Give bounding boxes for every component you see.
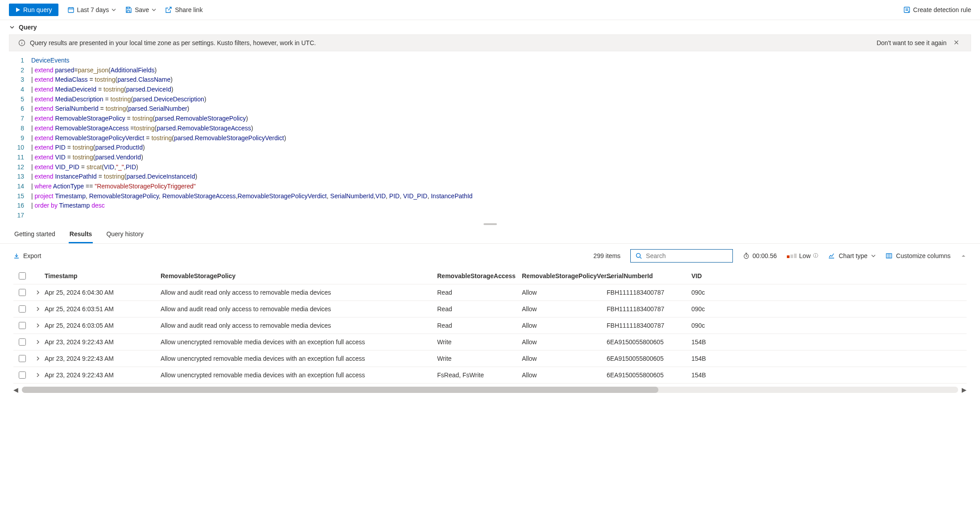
table-row[interactable]: Apr 25, 2024 6:04:30 AMAllow and audit r… [13,284,967,301]
column-header-access[interactable]: RemovableStorageAccess [437,272,522,280]
save-label: Save [135,6,149,13]
time-range-picker[interactable]: Last 7 days [67,6,116,13]
query-section-header[interactable]: Query [0,20,980,34]
chart-type-button[interactable]: Chart type [828,252,876,259]
scroll-up-icon[interactable] [960,253,967,259]
code-line[interactable]: 7| extend RemovableStoragePolicy = tostr… [9,114,971,124]
scroll-left-icon[interactable]: ◀ [13,386,18,393]
run-query-button[interactable]: Run query [9,4,58,16]
row-checkbox[interactable] [19,355,26,362]
table-row[interactable]: Apr 23, 2024 9:22:43 AMAllow unencrypted… [13,367,967,384]
expand-row-icon[interactable] [31,307,45,311]
code-line[interactable]: 9| extend RemovableStoragePolicyVerdict … [9,134,971,143]
code-line[interactable]: 4| extend MediaDeviceId = tostring(parse… [9,85,971,95]
export-button[interactable]: Export [13,252,41,259]
code-line[interactable]: 11| extend VID = tostring(parsed.VendorI… [9,153,971,163]
cell-vid: 154B [691,371,745,379]
banner-dismiss-link[interactable]: Don't want to see it again [877,39,947,46]
code-content: | extend RemovableStoragePolicyVerdict =… [31,134,971,143]
query-cost: Low ⓘ [787,252,819,259]
expand-row-icon[interactable] [31,340,45,344]
code-content: | order by Timestamp desc [31,201,971,211]
chart-label: Chart type [839,252,868,259]
cell-serial: 6EA9150055800605 [607,338,691,346]
cell-timestamp: Apr 23, 2024 9:22:43 AM [45,338,161,346]
table-row[interactable]: Apr 25, 2024 6:03:05 AMAllow and audit r… [13,317,967,334]
code-line[interactable]: 2| extend parsed=parse_json(AdditionalFi… [9,66,971,75]
code-line[interactable]: 5| extend MediaDescription = tostring(pa… [9,95,971,104]
expand-row-icon[interactable] [31,373,45,377]
cell-vid: 090c [691,322,745,329]
info-icon[interactable]: ⓘ [813,252,818,259]
cell-vid: 090c [691,305,745,313]
expand-row-icon[interactable] [31,356,45,361]
expand-row-icon[interactable] [31,323,45,328]
close-icon[interactable] [951,39,962,46]
row-checkbox[interactable] [19,338,26,346]
info-banner: Query results are presented in your loca… [9,34,971,51]
table-row[interactable]: Apr 23, 2024 9:22:43 AMAllow unencrypted… [13,350,967,367]
svg-rect-5 [886,254,892,258]
cell-serial: FBH1111183400787 [607,305,691,313]
save-button[interactable]: Save [125,6,156,13]
line-number: 16 [9,201,31,211]
code-line[interactable]: 8| extend RemovableStorageAccess =tostri… [9,124,971,134]
column-header-vid[interactable]: VID [691,272,745,280]
table-header: Timestamp RemovableStoragePolicy Removab… [13,268,967,284]
share-label: Share link [175,6,203,13]
line-number: 5 [9,95,31,104]
tab-results[interactable]: Results [69,225,93,243]
line-number: 4 [9,85,31,95]
item-count: 299 items [593,252,620,259]
line-number: 1 [9,56,31,66]
code-line[interactable]: 1DeviceEvents [9,56,971,66]
row-checkbox[interactable] [19,371,26,379]
code-line[interactable]: 6| extend SerialNumberId = tostring(pars… [9,104,971,114]
cost-label: Low [799,252,811,259]
tab-label: Getting started [14,230,55,238]
code-line[interactable]: 12| extend VID_PID = strcat(VID,"_",PID) [9,163,971,172]
code-line[interactable]: 16| order by Timestamp desc [9,201,971,211]
table-row[interactable]: Apr 25, 2024 6:03:51 AMAllow and audit r… [13,301,967,317]
code-line[interactable]: 15| project Timestamp, RemovableStorageP… [9,192,971,201]
cell-access: Read [437,305,522,313]
export-label: Export [23,252,41,259]
chevron-down-icon [9,24,15,30]
query-editor[interactable]: 1DeviceEvents2| extend parsed=parse_json… [0,51,980,223]
column-header-timestamp[interactable]: Timestamp [45,272,161,280]
cell-serial: 6EA9150055800605 [607,355,691,362]
cell-policy: Allow and audit read only access to remo… [161,305,437,313]
cell-policy: Allow and audit read only access to remo… [161,289,437,296]
tab-query-history[interactable]: Query history [105,225,144,243]
row-checkbox[interactable] [19,322,26,329]
tab-getting-started[interactable]: Getting started [13,225,56,243]
code-content: | extend RemovableStorageAccess =tostrin… [31,124,971,134]
select-all-checkbox[interactable] [19,272,26,280]
line-number: 8 [9,124,31,134]
cell-timestamp: Apr 25, 2024 6:04:30 AM [45,289,161,296]
customize-columns-button[interactable]: Customize columns [885,252,951,259]
column-header-policy[interactable]: RemovableStoragePolicy [161,272,437,280]
code-line[interactable]: 10| extend PID = tostring(parsed.Product… [9,143,971,153]
code-content: | extend VID = tostring(parsed.VendorId) [31,153,971,163]
row-checkbox[interactable] [19,305,26,313]
line-number: 7 [9,114,31,124]
search-box[interactable] [630,249,733,263]
row-checkbox[interactable] [19,289,26,296]
column-header-serial[interactable]: SerialNumberId [607,272,691,280]
search-input[interactable] [646,252,728,259]
create-rule-label: Create detection rule [913,6,971,13]
code-line[interactable]: 13| extend InstancePathId = tostring(par… [9,172,971,182]
column-header-verdict[interactable]: RemovableStoragePolicyVer... [522,272,607,280]
horizontal-scrollbar[interactable]: ◀ ▶ [13,385,967,394]
expand-row-icon[interactable] [31,290,45,295]
table-row[interactable]: Apr 23, 2024 9:22:43 AMAllow unencrypted… [13,334,967,350]
create-detection-rule-button[interactable]: Create detection rule [903,6,971,13]
code-line[interactable]: 17 [9,211,971,221]
code-line[interactable]: 3| extend MediaClass = tostring(parsed.C… [9,75,971,85]
code-content: | project Timestamp, RemovableStoragePol… [31,192,971,201]
share-link-button[interactable]: Share link [165,6,203,13]
scroll-right-icon[interactable]: ▶ [962,386,967,393]
query-section-title: Query [19,24,37,31]
code-line[interactable]: 14| where ActionType == "RemovableStorag… [9,182,971,192]
